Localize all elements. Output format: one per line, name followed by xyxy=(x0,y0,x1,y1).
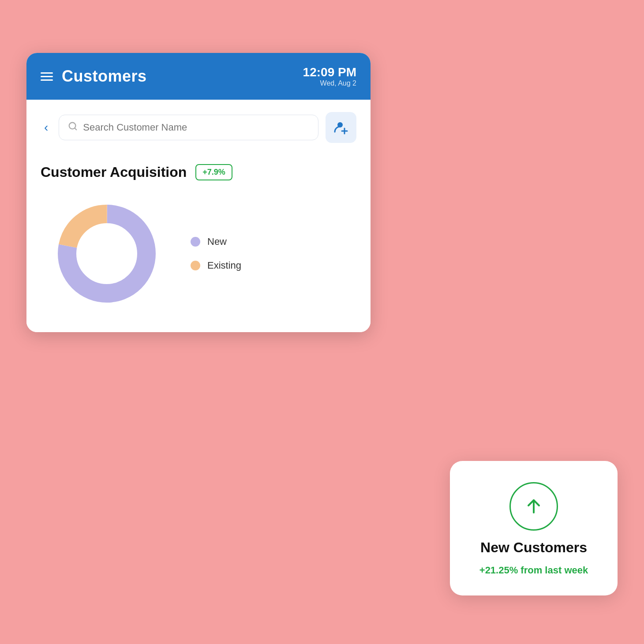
search-input[interactable] xyxy=(83,122,309,133)
legend-item-new: New xyxy=(191,236,241,247)
header-bar: Customers 12:09 PM Wed, Aug 2 xyxy=(26,53,371,100)
legend-label-existing: Existing xyxy=(207,260,241,271)
clock-date: Wed, Aug 2 xyxy=(303,79,356,87)
chart-legend: New Existing xyxy=(191,236,241,271)
header-time: 12:09 PM Wed, Aug 2 xyxy=(303,65,356,87)
chart-header: Customer Acquisition +7.9% xyxy=(41,164,356,180)
growth-badge: +7.9% xyxy=(195,164,232,180)
up-arrow-icon xyxy=(521,494,546,519)
legend-dot-existing xyxy=(191,261,200,270)
info-card: New Customers +21.25% from last week xyxy=(450,461,618,595)
up-arrow-circle xyxy=(509,482,558,531)
search-icon xyxy=(68,121,78,134)
page-title: Customers xyxy=(62,67,147,86)
info-card-title: New Customers xyxy=(480,539,587,556)
chart-title: Customer Acquisition xyxy=(41,164,187,180)
search-box xyxy=(59,115,318,140)
chart-section: Customer Acquisition +7.9% xyxy=(26,155,371,332)
chart-content: New Existing xyxy=(41,196,356,311)
donut-chart xyxy=(49,196,164,311)
page-background: Customers 12:09 PM Wed, Aug 2 ‹ xyxy=(0,0,644,644)
app-card: Customers 12:09 PM Wed, Aug 2 ‹ xyxy=(26,53,371,332)
legend-label-new: New xyxy=(207,236,227,247)
legend-dot-new xyxy=(191,237,200,247)
search-row: ‹ xyxy=(26,100,371,155)
clock-time: 12:09 PM xyxy=(303,65,356,79)
add-customer-button[interactable] xyxy=(326,112,356,143)
back-button[interactable]: ‹ xyxy=(41,119,52,136)
legend-item-existing: Existing xyxy=(191,260,241,271)
menu-icon[interactable] xyxy=(41,72,53,81)
info-card-stat: +21.25% from last week xyxy=(479,565,588,576)
add-customer-icon xyxy=(333,120,349,135)
svg-line-1 xyxy=(75,128,77,130)
svg-point-7 xyxy=(79,226,134,281)
header-left: Customers xyxy=(41,67,147,86)
